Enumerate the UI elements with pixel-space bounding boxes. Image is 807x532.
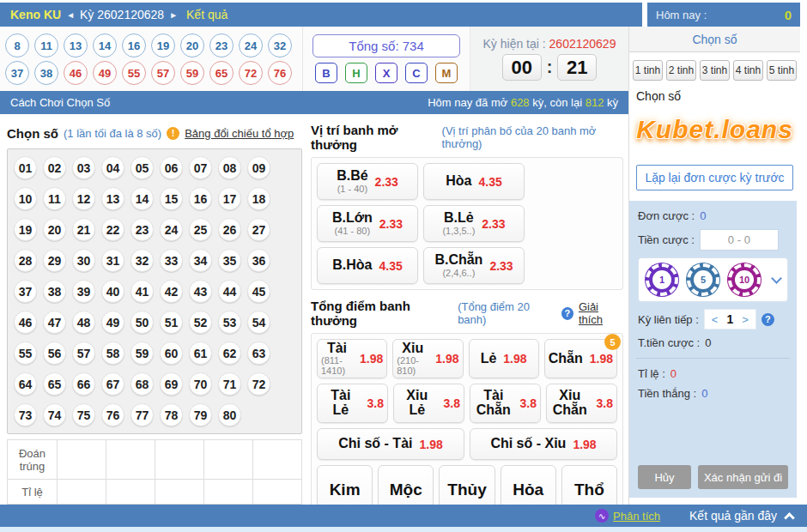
number-cell[interactable]: 37 bbox=[14, 280, 37, 303]
number-cell[interactable]: 66 bbox=[72, 372, 95, 396]
confirm-submit-button[interactable]: Xác nhận gửi đi bbox=[698, 465, 788, 489]
sidebar-header-tab[interactable]: Chọn số bbox=[629, 27, 800, 52]
number-cell[interactable]: 78 bbox=[160, 403, 183, 426]
bet-chip[interactable]: 1 bbox=[646, 263, 678, 296]
number-cell[interactable]: 19 bbox=[14, 218, 37, 241]
number-cell[interactable]: 14 bbox=[130, 187, 154, 210]
number-cell[interactable]: 30 bbox=[72, 249, 95, 272]
number-cell[interactable]: 76 bbox=[101, 403, 124, 426]
bet-amount-input[interactable] bbox=[700, 229, 779, 251]
number-cell[interactable]: 65 bbox=[43, 372, 66, 396]
total-bet-button[interactable]: Xỉu Chẵn 3.8 bbox=[546, 384, 617, 423]
number-cell[interactable]: 77 bbox=[130, 403, 154, 426]
number-cell[interactable]: 25 bbox=[189, 218, 212, 241]
tinh-tab[interactable]: 2 tinh bbox=[666, 60, 696, 81]
number-cell[interactable]: 18 bbox=[247, 187, 270, 210]
number-cell[interactable]: 35 bbox=[218, 249, 241, 272]
number-cell[interactable]: 43 bbox=[189, 280, 212, 303]
position-bet-button[interactable]: B.Lẻ (1,3,5..) 2.33 bbox=[423, 205, 525, 242]
total-bet-button[interactable]: Tài (811-1410) 1.98 bbox=[317, 339, 387, 378]
repeat-last-bet-button[interactable]: Lặp lại đơn cược kỳ trước bbox=[636, 165, 793, 190]
letter-filter-button[interactable]: B bbox=[315, 63, 337, 83]
number-cell[interactable]: 32 bbox=[130, 249, 154, 272]
cancel-button[interactable]: Hủy bbox=[638, 465, 691, 489]
number-cell[interactable]: 70 bbox=[189, 372, 212, 396]
number-cell[interactable]: 55 bbox=[14, 342, 37, 365]
number-cell[interactable]: 49 bbox=[101, 311, 124, 334]
number-cell[interactable]: 59 bbox=[130, 342, 154, 365]
number-cell[interactable]: 45 bbox=[247, 280, 270, 303]
letter-filter-button[interactable]: H bbox=[345, 63, 367, 83]
letter-filter-button[interactable]: C bbox=[405, 63, 428, 83]
number-cell[interactable]: 64 bbox=[14, 372, 37, 396]
total-bet-button[interactable]: Tài Lẻ 3.8 bbox=[317, 384, 388, 423]
result-link[interactable]: Kết quả bbox=[186, 8, 228, 21]
analyze-group[interactable]: ∿ Phân tích bbox=[595, 509, 660, 523]
number-cell[interactable]: 61 bbox=[189, 342, 212, 365]
tinh-tab[interactable]: 3 tinh bbox=[700, 60, 730, 81]
letter-filter-button[interactable]: M bbox=[435, 63, 458, 83]
number-cell[interactable]: 24 bbox=[160, 218, 183, 241]
number-cell[interactable]: 39 bbox=[72, 280, 95, 303]
number-cell[interactable]: 56 bbox=[43, 342, 66, 365]
number-cell[interactable]: 74 bbox=[43, 403, 66, 426]
number-cell[interactable]: 44 bbox=[218, 280, 241, 303]
number-cell[interactable]: 51 bbox=[160, 311, 183, 334]
number-cell[interactable]: 79 bbox=[189, 403, 212, 426]
number-cell[interactable]: 03 bbox=[72, 156, 95, 179]
index-bet-button[interactable]: Chỉ số - Tài 1.98 bbox=[317, 428, 464, 460]
number-cell[interactable]: 02 bbox=[43, 156, 66, 179]
number-cell[interactable]: 06 bbox=[160, 156, 183, 179]
number-cell[interactable]: 48 bbox=[72, 311, 95, 334]
number-cell[interactable]: 58 bbox=[101, 342, 124, 365]
number-cell[interactable]: 01 bbox=[14, 156, 37, 179]
explain-link[interactable]: Giải thích bbox=[579, 300, 623, 326]
number-cell[interactable]: 15 bbox=[160, 187, 183, 210]
number-cell[interactable]: 08 bbox=[218, 156, 241, 179]
total-bet-button[interactable]: Xỉu (210-810) 1.98 bbox=[392, 339, 463, 378]
recent-results-toggle[interactable]: Kết quả gần đây bbox=[689, 509, 793, 523]
number-cell[interactable]: 26 bbox=[218, 218, 241, 241]
number-cell[interactable]: 72 bbox=[247, 372, 270, 396]
number-cell[interactable]: 42 bbox=[160, 280, 183, 303]
position-bet-button[interactable]: B.Bé (1 - 40) 2.33 bbox=[317, 163, 418, 200]
help-icon[interactable]: ? bbox=[561, 307, 573, 320]
chevron-down-icon[interactable] bbox=[771, 273, 782, 284]
total-bet-button[interactable]: Tài Chẵn 3.8 bbox=[470, 384, 541, 423]
index-bet-button[interactable]: Chỉ số - Xỉu 1.98 bbox=[470, 428, 617, 460]
number-cell[interactable]: 27 bbox=[247, 218, 270, 241]
number-cell[interactable]: 38 bbox=[43, 280, 66, 303]
number-cell[interactable]: 33 bbox=[160, 249, 183, 272]
number-cell[interactable]: 20 bbox=[43, 218, 66, 241]
number-cell[interactable]: 54 bbox=[247, 311, 270, 334]
number-cell[interactable]: 46 bbox=[14, 311, 37, 334]
total-bet-button[interactable]: Xỉu Lẻ 3.8 bbox=[393, 384, 464, 423]
number-cell[interactable]: 16 bbox=[189, 187, 212, 210]
number-cell[interactable]: 41 bbox=[130, 280, 154, 303]
stepper-increment[interactable]: > bbox=[742, 313, 749, 326]
number-cell[interactable]: 28 bbox=[14, 249, 37, 272]
number-cell[interactable]: 36 bbox=[247, 249, 270, 272]
letter-filter-button[interactable]: X bbox=[375, 63, 397, 83]
number-cell[interactable]: 68 bbox=[130, 372, 154, 396]
analyze-link[interactable]: Phân tích bbox=[613, 510, 660, 523]
number-cell[interactable]: 21 bbox=[72, 218, 95, 241]
bet-chip[interactable]: 5 bbox=[687, 263, 719, 296]
tinh-tab[interactable]: 4 tinh bbox=[733, 60, 763, 81]
number-cell[interactable]: 53 bbox=[218, 311, 241, 334]
number-cell[interactable]: 17 bbox=[218, 187, 241, 210]
combination-table-link[interactable]: Bảng đổi chiếu tổ hợp bbox=[185, 127, 294, 140]
next-period-icon[interactable]: ► bbox=[169, 10, 178, 20]
prev-period-icon[interactable]: ◄ bbox=[66, 10, 75, 20]
total-bet-button[interactable]: 5 Chẵn 1.98 bbox=[544, 339, 617, 378]
number-cell[interactable]: 31 bbox=[101, 249, 124, 272]
number-cell[interactable]: 22 bbox=[101, 218, 124, 241]
number-cell[interactable]: 69 bbox=[160, 372, 183, 396]
position-bet-button[interactable]: B.Chẵn (2,4,6..) 2.33 bbox=[423, 247, 525, 284]
number-cell[interactable]: 67 bbox=[101, 372, 124, 396]
number-cell[interactable]: 23 bbox=[130, 218, 154, 241]
number-cell[interactable]: 13 bbox=[101, 187, 124, 210]
number-cell[interactable]: 73 bbox=[14, 403, 37, 426]
number-cell[interactable]: 62 bbox=[218, 342, 241, 365]
number-cell[interactable]: 11 bbox=[43, 187, 66, 210]
